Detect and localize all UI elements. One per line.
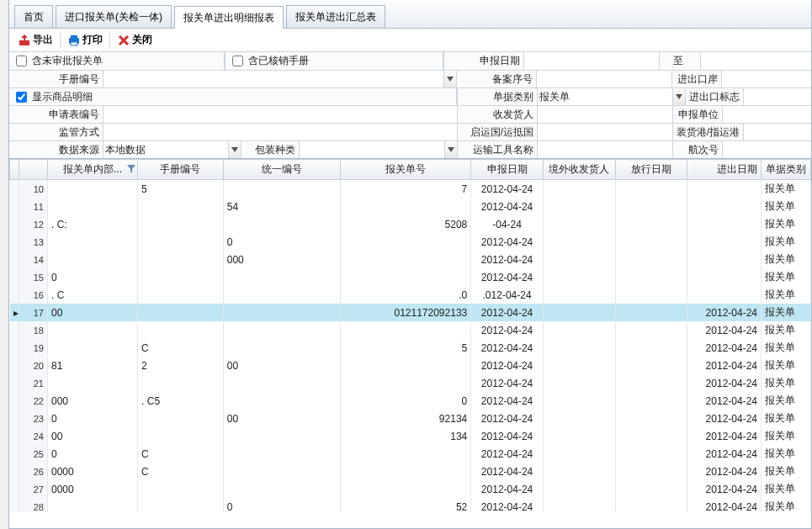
input-bill-type[interactable]: 报关单 (538, 88, 672, 105)
input-apply-no[interactable] (103, 106, 457, 123)
cell-decl: 5 (340, 339, 470, 357)
check-unapproved-box[interactable] (16, 56, 27, 66)
cell-uni: 00 (223, 410, 340, 427)
svg-rect-2 (71, 35, 77, 39)
col-declare-date[interactable]: 申报日期 (471, 160, 544, 180)
input-record-seq[interactable] (537, 71, 671, 87)
input-pack-type[interactable] (300, 141, 444, 158)
cell-ie-date: 2012-04-24 (687, 392, 762, 410)
table-row[interactable]: 10572012-04-24报关单 (10, 180, 811, 198)
check-show-detail-box[interactable] (16, 92, 27, 103)
label-supervise: 监管方式 (9, 124, 103, 140)
cell-ie-date (687, 251, 762, 268)
tab-import-declaration[interactable]: 进口报关单(关检一体) (56, 5, 172, 28)
table-row[interactable]: 22000. C502012-04-242012-04-24报关单 (10, 392, 811, 410)
check-cancelled[interactable]: 含已核销手册 (226, 52, 309, 70)
close-button[interactable]: 关闭 (114, 31, 156, 49)
input-voyage[interactable] (723, 141, 811, 158)
table-row[interactable]: 12. C:5208-04-24报关单 (10, 215, 811, 233)
row-number: 15 (19, 268, 47, 286)
cell-manual (138, 427, 224, 445)
dropdown-bill-type[interactable] (672, 88, 685, 105)
cell-decl (340, 463, 470, 480)
cell-oversea (543, 180, 615, 198)
input-trans-name[interactable] (538, 141, 672, 158)
cell-release (615, 427, 687, 445)
input-declare-date-from[interactable] (524, 52, 659, 70)
col-uni[interactable]: 统一编号 (223, 160, 340, 180)
table-row[interactable]: ▸170001211720921332012-04-242012-04-24报关… (10, 304, 811, 321)
cell-oversea (543, 445, 615, 463)
print-icon (67, 34, 81, 47)
table-row[interactable]: 23000921342012-04-242012-04-24报关单 (10, 410, 811, 427)
dropdown-data-source[interactable] (228, 141, 241, 158)
tab-detail-report[interactable]: 报关单进出明细报表 (174, 6, 284, 29)
col-inner-no[interactable]: 报关单内部... (47, 160, 137, 180)
col-decl[interactable]: 报关单号 (340, 160, 470, 180)
input-load-port[interactable] (744, 124, 811, 140)
col-manual[interactable]: 手册编号 (138, 160, 224, 180)
dropdown-pack-type[interactable] (444, 141, 457, 158)
input-consignee[interactable] (538, 106, 672, 123)
cell-uni (223, 215, 340, 233)
input-ie-port[interactable] (722, 71, 811, 87)
cell-ie-date (687, 233, 762, 251)
table-row[interactable]: 2700002012-04-242012-04-24报关单 (10, 480, 811, 498)
export-button[interactable]: 导出 (14, 31, 56, 49)
cell-manual (138, 321, 224, 339)
cell-type: 报关单 (762, 180, 811, 198)
table-row[interactable]: 16. C.0.012-04-24报关单 (10, 286, 811, 304)
cell-uni (223, 427, 340, 445)
input-supervise[interactable] (103, 124, 457, 140)
cell-uni: 00 (223, 357, 340, 374)
input-declare-unit[interactable] (723, 106, 811, 123)
table-row[interactable]: 250C2012-04-242012-04-24报关单 (10, 445, 811, 463)
cell-inner: 0 (47, 410, 137, 427)
table-row[interactable]: 11542012-04-24报关单 (10, 198, 811, 215)
table-row[interactable]: 260000C2012-04-242012-04-24报关单 (10, 463, 811, 480)
table-row[interactable]: 140002012-04-24报关单 (10, 251, 811, 268)
cell-decl: 5208 (340, 215, 470, 233)
header-row: 报关单内部... 手册编号 统一编号 报关单号 申报日期 境外收发货人 放行日期… (10, 160, 811, 180)
input-manual-no[interactable] (103, 71, 443, 87)
cell-ie-date: 2012-04-24 (687, 339, 762, 357)
data-grid[interactable]: 报关单内部... 手册编号 统一编号 报关单号 申报日期 境外收发货人 放行日期… (9, 159, 811, 512)
print-button[interactable]: 打印 (64, 31, 106, 49)
table-row[interactable]: 280522012-04-242012-04-24报关单 (10, 498, 811, 512)
cell-uni (223, 321, 340, 339)
cell-inner: 00 (47, 304, 137, 321)
filter-icon[interactable] (127, 164, 135, 176)
cell-ie-date: 2012-04-24 (687, 357, 762, 374)
table-row[interactable]: 19C52012-04-242012-04-24报关单 (10, 339, 811, 357)
cell-ie-date (687, 180, 762, 198)
tab-summary-report[interactable]: 报关单进出汇总表 (286, 5, 385, 28)
cell-manual (138, 233, 224, 251)
table-row[interactable]: 212012-04-242012-04-24报关单 (10, 374, 811, 392)
check-show-detail[interactable]: 显示商品明细 (9, 88, 93, 105)
table-row[interactable]: 24001342012-04-242012-04-24报关单 (10, 427, 811, 445)
col-ie-date[interactable]: 进出日期 (687, 160, 762, 180)
input-declare-date-to[interactable] (701, 52, 811, 70)
col-oversea[interactable]: 境外收发货人 (543, 160, 615, 180)
table-row[interactable]: 20812002012-04-242012-04-24报关单 (10, 357, 811, 374)
check-unapproved[interactable]: 含未审批报关单 (9, 52, 103, 70)
input-ie-flag[interactable] (744, 88, 811, 105)
col-type[interactable]: 单据类别 (762, 160, 811, 180)
col-release[interactable]: 放行日期 (615, 160, 687, 180)
cell-manual (138, 374, 224, 392)
cell-date: 2012-04-24 (471, 480, 544, 498)
check-cancelled-box[interactable] (232, 56, 243, 66)
cell-release (615, 286, 687, 304)
separator (109, 33, 110, 48)
cell-inner: . C: (47, 215, 137, 233)
tab-home[interactable]: 首页 (14, 5, 53, 28)
input-data-source[interactable]: 本地数据 (103, 141, 228, 158)
table-row[interactable]: 1302012-04-24报关单 (10, 233, 811, 251)
input-depart-country[interactable] (538, 124, 672, 140)
table-row[interactable]: 1502012-04-24报关单 (10, 268, 811, 286)
cell-manual (138, 498, 224, 512)
dropdown-manual-no[interactable] (443, 71, 456, 87)
cell-ie-date: 2012-04-24 (687, 321, 762, 339)
row-indicator (10, 392, 19, 410)
table-row[interactable]: 182012-04-242012-04-24报关单 (10, 321, 811, 339)
